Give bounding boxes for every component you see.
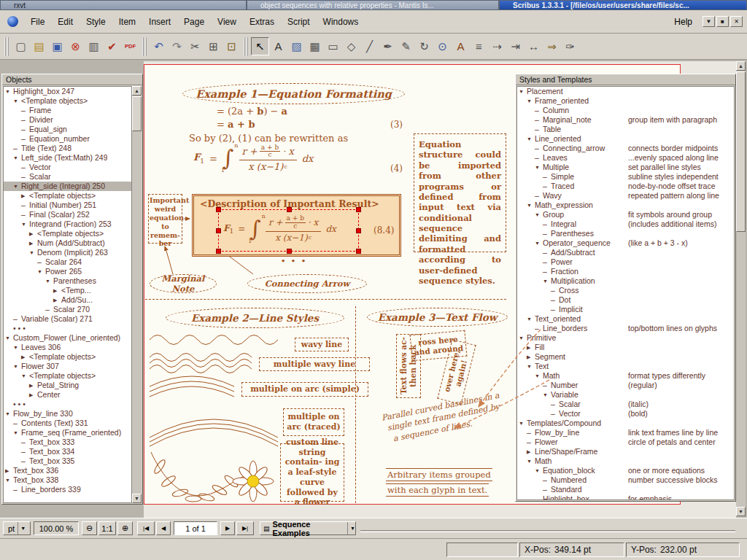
tree-item[interactable]: ▼Frame_oriented bbox=[517, 96, 734, 106]
tree-item[interactable]: ▼Power 265 bbox=[4, 267, 131, 276]
expanded-icon[interactable]: ▼ bbox=[527, 96, 535, 106]
tree-item[interactable]: –Cross bbox=[517, 286, 734, 295]
tree-item[interactable]: –Fraction bbox=[517, 267, 734, 276]
tree-item[interactable]: –Equation_number bbox=[4, 134, 131, 144]
tree-item[interactable]: –Flow_by_linelink text frames line by li… bbox=[517, 428, 734, 438]
expanded-icon[interactable]: ▼ bbox=[535, 210, 543, 219]
tree-item[interactable]: –Numberednumber successive blocks bbox=[517, 475, 734, 485]
tree-item[interactable]: –Number(regular) bbox=[517, 381, 734, 390]
taskbar-rxvt[interactable]: rxvt bbox=[0, 0, 247, 10]
tree-item[interactable]: ▶<Template objects> bbox=[4, 229, 131, 238]
scrollbar-thumb[interactable] bbox=[132, 96, 142, 131]
selection-handle[interactable] bbox=[356, 207, 361, 212]
expanded-icon[interactable]: ▼ bbox=[535, 163, 543, 172]
tree-item[interactable]: ▼Line_oriented bbox=[517, 134, 734, 144]
tree-item[interactable]: ▼Integrand (Fraction) 253 bbox=[4, 219, 131, 229]
tree-item[interactable]: ▼Primitive bbox=[517, 333, 734, 343]
tree-item[interactable]: • • • bbox=[4, 400, 131, 409]
story-editor-button[interactable]: ≡ bbox=[470, 37, 488, 55]
tree-item[interactable]: ▼Math bbox=[517, 456, 734, 466]
export-pdf-button[interactable]: PDF bbox=[121, 37, 139, 55]
tree-item[interactable]: –Divider bbox=[4, 115, 131, 125]
tree-item[interactable]: –Table bbox=[517, 125, 734, 134]
collapsed-icon[interactable]: ▶ bbox=[29, 229, 37, 238]
tree-item[interactable]: • • • bbox=[4, 324, 131, 333]
tree-item[interactable]: –Integral(includes additional items) bbox=[517, 219, 734, 229]
window-close-button[interactable]: ✕ bbox=[730, 16, 743, 27]
marginal-note-box[interactable]: Important weird equation to remem- ber bbox=[148, 194, 182, 244]
eyedropper-button[interactable]: ✑ bbox=[561, 37, 579, 55]
expanded-icon[interactable]: ▼ bbox=[45, 276, 53, 286]
scroll-up-button[interactable]: ▲ bbox=[132, 86, 142, 96]
collapsed-icon[interactable]: ▶ bbox=[53, 295, 61, 305]
new-document-button[interactable]: ▢ bbox=[12, 37, 30, 55]
taskbar-scribus[interactable]: Scribus 1.3.3.1 - [/file/os/user/users/s… bbox=[499, 0, 747, 10]
expanded-icon[interactable]: ▼ bbox=[29, 248, 37, 257]
rotate-tool-button[interactable]: ↻ bbox=[415, 37, 433, 55]
tree-item[interactable]: ▼Multiplication bbox=[517, 276, 734, 286]
menu-windows[interactable]: Windows bbox=[317, 15, 365, 29]
tree-item[interactable]: ▶Segment bbox=[517, 352, 734, 362]
tree-item[interactable]: ▼Operator_sequence(like a + b + 3 - x) bbox=[517, 238, 734, 248]
selection-handle[interactable] bbox=[216, 228, 221, 233]
tree-item[interactable]: ▼Math_expression bbox=[517, 201, 734, 210]
collapsed-icon[interactable]: ▶ bbox=[21, 352, 29, 362]
scrollbar-thumb[interactable] bbox=[736, 71, 746, 232]
tree-item[interactable]: –Dot bbox=[517, 295, 734, 305]
collapsed-icon[interactable]: ▶ bbox=[29, 381, 37, 390]
tree-item[interactable]: ▼Flow_by_line 330 bbox=[4, 409, 131, 419]
tree-item[interactable]: ▼Multipleset parallel line styles bbox=[517, 163, 734, 172]
objects-scrollbar[interactable]: ▲ ▼ bbox=[132, 86, 142, 503]
scroll-up-button[interactable]: ▲ bbox=[736, 61, 746, 71]
edit-contents-tool-button[interactable]: A bbox=[452, 37, 470, 55]
print-button[interactable]: ▥ bbox=[85, 37, 103, 55]
link-frames-button[interactable]: ⇢ bbox=[488, 37, 506, 55]
select-tool-button[interactable]: ↖ bbox=[251, 37, 269, 55]
menu-file[interactable]: File bbox=[24, 15, 51, 29]
menu-help[interactable]: Help bbox=[667, 15, 700, 29]
menu-insert[interactable]: Insert bbox=[142, 15, 177, 29]
copy-properties-button[interactable]: ⇒ bbox=[543, 37, 561, 55]
tree-item[interactable]: ▶Fill bbox=[517, 343, 734, 352]
expanded-icon[interactable]: ▼ bbox=[5, 409, 13, 419]
menu-edit[interactable]: Edit bbox=[51, 15, 80, 29]
paste-button[interactable]: ⊡ bbox=[222, 37, 241, 55]
menu-item[interactable]: Item bbox=[112, 15, 142, 29]
tree-item[interactable]: –Column bbox=[517, 106, 734, 115]
tree-item[interactable]: –Standard bbox=[517, 485, 734, 494]
tree-item[interactable]: –Wavyrepeated pattern along line bbox=[517, 191, 734, 201]
expanded-icon[interactable]: ▼ bbox=[21, 371, 29, 381]
expanded-icon[interactable]: ▼ bbox=[13, 362, 21, 371]
collapsed-icon[interactable]: ▶ bbox=[527, 352, 535, 362]
zoom-tool-button[interactable]: ⊙ bbox=[433, 37, 452, 55]
expanded-icon[interactable]: ▼ bbox=[543, 390, 551, 400]
last-page-button[interactable]: ▶| bbox=[236, 521, 254, 535]
styles-palette-title[interactable]: Styles and Templates bbox=[516, 74, 735, 85]
zoom-level-input[interactable]: 100.00 % bbox=[34, 521, 79, 535]
selection-handle[interactable] bbox=[287, 249, 292, 254]
tree-item[interactable]: ▼Mathformat types differently bbox=[517, 371, 734, 381]
selection-handle[interactable] bbox=[216, 249, 221, 254]
tree-item[interactable]: ▶Line/Shape/Frame bbox=[517, 447, 734, 456]
polygon-tool-button[interactable]: ◇ bbox=[342, 37, 360, 55]
tree-item[interactable]: –Scalar 264 bbox=[4, 257, 131, 267]
collapsed-icon[interactable]: ▶ bbox=[29, 390, 37, 400]
tree-item[interactable]: –Line_borderstop/bottom lines on glyphs bbox=[517, 324, 734, 333]
tree-item[interactable]: –Tracednode-by-node offset trace bbox=[517, 182, 734, 191]
copy-button[interactable]: ⊞ bbox=[204, 37, 222, 55]
selection-handle[interactable] bbox=[287, 207, 292, 212]
open-document-button[interactable]: ▤ bbox=[30, 37, 48, 55]
tree-item[interactable]: ▼Right_side (Integral) 250 bbox=[4, 182, 131, 191]
expanded-icon[interactable]: ▼ bbox=[543, 276, 551, 286]
tree-item[interactable]: ▶Center bbox=[4, 390, 131, 400]
tree-item[interactable]: ▼Parentheses bbox=[4, 276, 131, 286]
tree-item[interactable]: –Contents (Text) 331 bbox=[4, 419, 131, 428]
close-document-button[interactable]: ⊗ bbox=[66, 37, 85, 55]
expanded-icon[interactable]: ▼ bbox=[13, 428, 21, 438]
image-frame-tool-button[interactable]: ▨ bbox=[287, 37, 306, 55]
cut-button[interactable]: ✂ bbox=[186, 37, 204, 55]
tree-item[interactable]: –Title (Text) 248 bbox=[4, 144, 131, 153]
scroll-down-button[interactable]: ▼ bbox=[132, 494, 142, 503]
zoom-actual-size-button[interactable]: 1:1 bbox=[98, 521, 116, 535]
tree-item[interactable]: ▶<Template objects> bbox=[4, 191, 131, 201]
